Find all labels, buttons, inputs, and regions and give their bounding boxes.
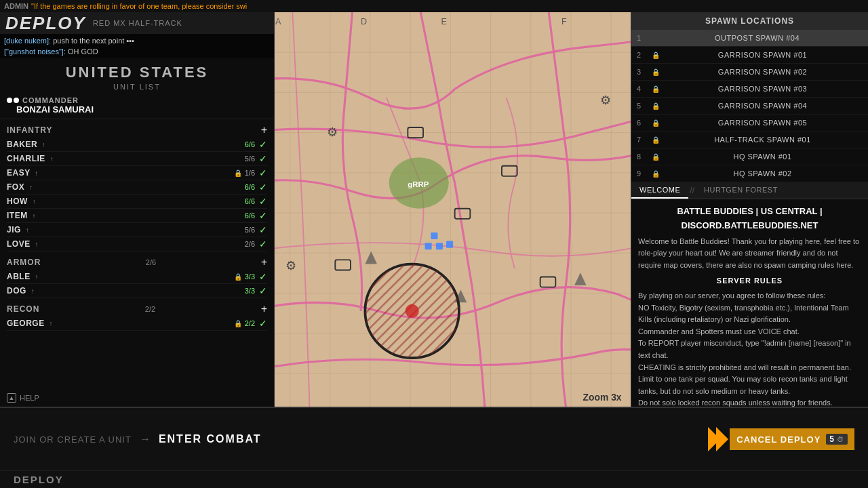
cancel-deploy-text: CANCEL DEPLOY (736, 434, 821, 445)
chat-text-1: push to the next point ▪▪▪ (53, 37, 134, 45)
armor-category: ARMOR 2/6 + ABLE ↑ 🔒 3/3 ✓ DOG ↑ 3/3 ✓ (7, 257, 267, 298)
deploy-count-badge: 5 ⏱ (826, 434, 848, 445)
chat-text-2: OH GOD (68, 47, 98, 56)
svg-rect-0 (275, 12, 631, 407)
commander-icon (7, 98, 12, 103)
unit-check-george: ✓ (259, 318, 267, 329)
team-name: UNITED STATES (0, 64, 274, 81)
recon-count: 2/2 (145, 305, 155, 313)
team-section: UNITED STATES UNIT LIST (0, 58, 274, 92)
unit-name-how: HOW ↑ (7, 197, 245, 206)
svg-text:F: F (561, 17, 567, 26)
unit-count-george: 2/2 (245, 319, 255, 327)
arrow-right-icon: → (140, 433, 151, 445)
tab-welcome[interactable]: WELCOME (631, 182, 688, 199)
unit-check-jig: ✓ (259, 224, 267, 235)
unit-check-charlie: ✓ (259, 153, 267, 164)
unit-check-dog: ✓ (259, 285, 267, 296)
commander-name: BONZAI SAMURAI (7, 104, 267, 115)
chat-message-1: [duke nukem]: push to the next point ▪▪▪ (4, 35, 270, 46)
enter-combat-button[interactable]: ENTER COMBAT (159, 429, 262, 449)
map-area[interactable]: A D E F G (275, 12, 631, 407)
unit-row-how[interactable]: HOW ↑ 6/6 ✓ (7, 195, 267, 209)
unit-row-love[interactable]: LOVE ↑ 2/6 ✓ (7, 237, 267, 251)
help-button[interactable]: ▲ HELP (0, 389, 274, 407)
chat-message-2: ["gunshot noises"]: OH GOD (4, 46, 270, 57)
deploy-arrows (708, 427, 724, 451)
player-name-2: ["gunshot noises"]: (4, 47, 66, 56)
main-container: DEPLOY RED MX HALF-TRACK [duke nukem]: p… (0, 12, 868, 407)
deploy-header: DEPLOY RED MX HALF-TRACK (0, 12, 274, 34)
unit-check-easy: ✓ (259, 167, 267, 178)
infantry-category: INFANTRY + BAKER ↑ 6/6 ✓ CHARLIE ↑ 5/6 ✓… (7, 125, 267, 251)
unit-check-how: ✓ (259, 196, 267, 207)
recon-add-button[interactable]: + (261, 304, 267, 314)
deploy-icon: ⏱ (837, 436, 844, 443)
chat-area: [duke nukem]: push to the next point ▪▪▪… (0, 34, 274, 58)
cancel-deploy-section: CANCEL DEPLOY 5 ⏱ (708, 427, 854, 451)
bottom-bar: JOIN OR CREATE A UNIT → ENTER COMBAT CAN… (0, 407, 868, 488)
unit-row-george[interactable]: GEORGE ↑ 🔒 2/2 ✓ (7, 317, 267, 331)
spawn-item-outpost04[interactable]: 1 OUTPOST SPAWN #04 (631, 30, 868, 47)
armor-add-button[interactable]: + (261, 257, 267, 268)
unit-row-jig[interactable]: JIG ↑ 5/6 ✓ (7, 223, 267, 237)
unit-count-charlie: 5/6 (245, 155, 255, 163)
admin-label: ADMIN (4, 2, 28, 10)
unit-row-easy[interactable]: EASY ↑ 🔒 1/6 ✓ (7, 166, 267, 180)
tab-hurtgen-forest[interactable]: HURTGEN FOREST (696, 182, 786, 199)
unit-count-dog: 3/3 (245, 287, 255, 295)
unit-name-charlie: CHARLIE ↑ (7, 154, 245, 163)
unit-name-fox: FOX ↑ (7, 182, 245, 192)
deploy-arrow-2 (716, 427, 728, 451)
svg-text:Zoom 3x: Zoom 3x (583, 392, 622, 403)
player-name-1: [duke nukem]: (4, 37, 51, 45)
unit-row-item[interactable]: ITEM ↑ 6/6 ✓ (7, 209, 267, 223)
info-content: BATTLE BUDDIES | US CENTRAL | DISCORD.BA… (631, 199, 868, 407)
help-icon: ▲ (7, 393, 16, 403)
deploy-count: 5 (829, 434, 835, 444)
spawn-item-garrison02[interactable]: 3 🔒 GARRISON SPAWN #02 (631, 64, 868, 81)
unit-count-easy: 1/6 (245, 169, 255, 177)
unit-count-fox: 6/6 (245, 183, 255, 191)
recon-label: RECON (7, 304, 39, 314)
infantry-header: INFANTRY + (7, 125, 267, 136)
deploy-subtitle: RED MX HALF-TRACK (93, 19, 182, 27)
infantry-add-button[interactable]: + (261, 125, 267, 136)
commander-icon2 (14, 98, 19, 103)
commander-section: COMMANDER BONZAI SAMURAI (0, 92, 274, 119)
unit-row-fox[interactable]: FOX ↑ 6/6 ✓ (7, 180, 267, 195)
unit-count-item: 6/6 (245, 211, 255, 220)
unit-row-baker[interactable]: BAKER ↑ 6/6 ✓ (7, 138, 267, 152)
unit-check-baker: ✓ (259, 139, 267, 150)
spawn-item-halftrack01[interactable]: 7 🔒 HALF-TRACK SPAWN #01 (631, 131, 868, 148)
deploy-title: DEPLOY (5, 13, 86, 34)
spawn-item-garrison01[interactable]: 2 🔒 GARRISON SPAWN #01 (631, 47, 868, 64)
infantry-label: INFANTRY (7, 125, 53, 135)
unit-check-love: ✓ (259, 239, 267, 249)
armor-count: 2/6 (146, 258, 156, 266)
spawn-item-hq01[interactable]: 8 🔒 HQ SPAWN #01 (631, 148, 868, 165)
bottom-actions: JOIN OR CREATE A UNIT → ENTER COMBAT CAN… (0, 408, 868, 470)
unit-row-charlie[interactable]: CHARLIE ↑ 5/6 ✓ (7, 152, 267, 166)
unit-lock-able: 🔒 (234, 273, 242, 281)
rules-text: By playing on our server, you agree to f… (638, 290, 861, 407)
spawn-item-garrison05[interactable]: 6 🔒 GARRISON SPAWN #05 (631, 115, 868, 131)
spawn-item-garrison03[interactable]: 4 🔒 GARRISON SPAWN #03 (631, 81, 868, 98)
unit-name-baker: BAKER ↑ (7, 140, 245, 149)
unit-count-love: 2/6 (245, 240, 255, 248)
svg-rect-28 (446, 241, 453, 248)
svg-text:⚙: ⚙ (600, 94, 611, 107)
unit-row-dog[interactable]: DOG ↑ 3/3 ✓ (7, 284, 267, 298)
svg-text:D: D (361, 17, 367, 26)
spawn-item-hq02[interactable]: 9 🔒 HQ SPAWN #02 (631, 165, 868, 182)
svg-text:A: A (275, 17, 281, 26)
svg-text:⚙: ⚙ (285, 259, 296, 272)
spawn-item-garrison04[interactable]: 5 🔒 GARRISON SPAWN #04 (631, 98, 868, 115)
unit-list-label: UNIT LIST (0, 83, 274, 91)
cancel-deploy-button[interactable]: CANCEL DEPLOY 5 ⏱ (730, 428, 854, 450)
unit-row-able[interactable]: ABLE ↑ 🔒 3/3 ✓ (7, 270, 267, 284)
unit-count-how: 6/6 (245, 197, 255, 205)
armor-label: ARMOR (7, 258, 41, 267)
join-unit-section: JOIN OR CREATE A UNIT → ENTER COMBAT (14, 429, 262, 449)
unit-name-george: GEORGE ↑ (7, 319, 234, 328)
